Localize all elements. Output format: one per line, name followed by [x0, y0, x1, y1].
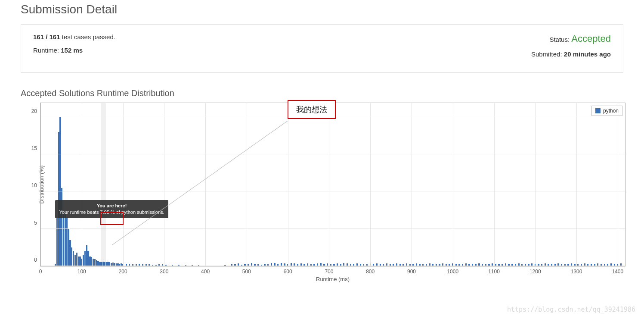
x-axis-label: Runtime (ms)	[316, 276, 350, 282]
watermark-text: https://blog.csdn.net/qq_39241986	[507, 306, 635, 313]
x-tick: 400	[201, 266, 210, 275]
chart-bar[interactable]	[96, 260, 97, 266]
chart-bar[interactable]	[84, 251, 86, 266]
chart-bar[interactable]	[87, 251, 89, 266]
annotation-callout-text: 我的想法	[296, 105, 327, 114]
x-tick: 900	[407, 266, 416, 275]
chart-bar[interactable]	[61, 188, 62, 266]
chart-bar[interactable]	[91, 257, 92, 266]
your-runtime-marker	[101, 103, 106, 266]
y-tick: 15	[31, 145, 40, 151]
chart-bar[interactable]	[69, 240, 71, 266]
x-tick: 200	[119, 266, 127, 275]
chart-bar[interactable]	[63, 214, 64, 266]
submitted-row: Submitted: 20 minutes ago	[531, 50, 611, 58]
x-tick: 0	[39, 266, 42, 275]
chart-bar[interactable]	[94, 259, 96, 266]
y-tick: 0	[34, 257, 40, 263]
chart-bar[interactable]	[93, 259, 94, 266]
x-tick: 1200	[529, 266, 541, 275]
chart-bar[interactable]	[65, 214, 66, 266]
x-tick: 800	[366, 266, 375, 275]
y-tick: 20	[31, 108, 40, 114]
chart-title: Accepted Solutions Runtime Distribution	[21, 88, 623, 98]
runtime-value: 152 ms	[61, 47, 83, 54]
page-title: Submission Detail	[21, 3, 623, 16]
chart-bar[interactable]	[86, 245, 87, 266]
status-value: Accepted	[571, 33, 611, 44]
x-tick: 1400	[612, 266, 623, 275]
chart-bar[interactable]	[66, 218, 68, 266]
runtime-row: Runtime: 152 ms	[33, 47, 115, 54]
chart-bar[interactable]	[68, 229, 69, 266]
chart-bars-layer	[40, 103, 625, 266]
status-row: Status: Accepted	[531, 33, 611, 44]
chart-bar[interactable]	[71, 247, 72, 266]
chart-bar[interactable]	[79, 257, 80, 266]
chart-bar[interactable]	[76, 253, 77, 266]
chart-bar[interactable]	[56, 218, 58, 266]
x-tick: 1100	[488, 266, 500, 275]
submitted-value: 20 minutes ago	[564, 50, 611, 58]
tests-passed: 161 / 161 test cases passed.	[33, 33, 115, 41]
x-tick: 300	[160, 266, 168, 275]
chart-bar[interactable]	[73, 251, 74, 266]
tooltip-title: You are here!	[59, 203, 164, 209]
tests-passed-count: 161 / 161	[33, 33, 60, 41]
tests-passed-suffix: test cases passed.	[60, 33, 115, 41]
chart-bar[interactable]	[83, 255, 84, 266]
x-tick: 500	[242, 266, 251, 275]
x-tick: 1300	[571, 266, 582, 275]
x-tick: 1000	[447, 266, 458, 275]
x-tick: 700	[325, 266, 333, 275]
chart-bar[interactable]	[74, 255, 76, 266]
chart-bar[interactable]	[78, 257, 79, 266]
status-label: Status:	[549, 36, 571, 43]
x-tick: 100	[77, 266, 86, 275]
y-tick: 5	[34, 220, 40, 226]
submitted-label: Submitted:	[531, 50, 564, 58]
annotation-small-red-box	[100, 212, 124, 225]
chart-bar[interactable]	[58, 132, 59, 266]
summary-panel: 161 / 161 test cases passed. Runtime: 15…	[21, 24, 623, 73]
y-tick: 10	[31, 182, 40, 188]
runtime-distribution-chart[interactable]: Distribution (%) Runtime (ms) python 051…	[40, 103, 625, 266]
x-tick: 600	[284, 266, 292, 275]
chart-bar[interactable]	[89, 257, 90, 266]
runtime-label: Runtime:	[33, 47, 61, 54]
annotation-callout-box: 我的想法	[288, 100, 336, 119]
